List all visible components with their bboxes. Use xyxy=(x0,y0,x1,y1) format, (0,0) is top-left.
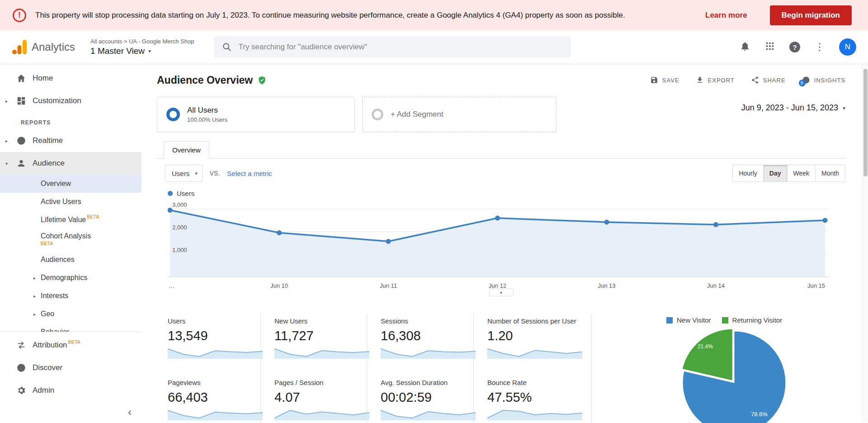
sidebar-item-discover[interactable]: Discover xyxy=(0,356,142,379)
chevron-left-icon: ‹ xyxy=(128,406,132,418)
begin-migration-button[interactable]: Begin migration xyxy=(770,5,852,25)
users-line-chart[interactable]: 1,0002,0003,000…Jun 10Jun 11Jun 12Jun 13… xyxy=(168,199,829,291)
caret-right-icon: ▸ xyxy=(33,276,41,280)
learn-more-link[interactable]: Learn more xyxy=(705,11,747,20)
sparkline xyxy=(168,409,263,420)
chart-legend: Users xyxy=(168,190,845,197)
warning-icon: ! xyxy=(13,9,26,22)
overflow-menu-icon[interactable]: ⋮ xyxy=(815,42,825,52)
sidebar-item-active-users[interactable]: Active Users xyxy=(0,193,142,211)
sidebar-item-lifetime-value[interactable]: Lifetime Value BETA xyxy=(0,211,142,229)
caret-right-icon: ▸ xyxy=(33,312,41,317)
granularity-month[interactable]: Month xyxy=(815,165,845,182)
account-switcher[interactable]: All accounts > UA - Google Merch Shop 1 … xyxy=(90,38,194,56)
metric-card-pageviews[interactable]: Pageviews 66,403 xyxy=(168,375,261,423)
svg-text:1,000: 1,000 xyxy=(172,247,187,253)
visitor-pie-chart[interactable]: 78.6%21.4% xyxy=(680,328,788,423)
share-button[interactable]: SHARE xyxy=(751,76,786,84)
sidebar-item-audiences[interactable]: Audiences xyxy=(0,251,142,269)
verified-shield-icon xyxy=(257,76,267,85)
share-icon xyxy=(751,76,759,84)
tab-bar: Overview xyxy=(157,141,845,159)
help-icon[interactable]: ? xyxy=(789,42,800,52)
gear-icon xyxy=(16,385,26,395)
avatar[interactable]: N xyxy=(839,38,856,56)
caret-right-icon: ▸ xyxy=(5,138,13,143)
metric-card-users[interactable]: Users 13,549 xyxy=(168,314,261,375)
granularity-toggle: Hourly Day Week Month xyxy=(732,165,845,182)
sparkline xyxy=(274,409,369,420)
sidebar: Home ▸ Customization REPORTS ▸ Realtime … xyxy=(0,64,142,423)
analytics-logo[interactable]: Analytics xyxy=(12,39,75,55)
caret-right-icon: ▸ xyxy=(5,99,13,104)
metric-card-avg-session-duration[interactable]: Avg. Session Duration 00:02:59 xyxy=(367,375,474,423)
sparkline xyxy=(487,347,582,359)
sidebar-item-demographics[interactable]: ▸ Demographics xyxy=(0,269,142,287)
scrollbar-thumb[interactable] xyxy=(863,69,868,176)
sidebar-item-attribution[interactable]: Attribution BETA xyxy=(0,334,142,356)
save-button[interactable]: SAVE xyxy=(650,76,679,84)
search-bar[interactable] xyxy=(214,36,571,58)
segment-all-users[interactable]: All Users 100.00% Users xyxy=(157,97,355,132)
metric-card-sessions-per-user[interactable]: Number of Sessions per User 1.20 xyxy=(474,314,591,375)
metric-cards: Users 13,549 New Users 11,727 Sessions 1… xyxy=(168,314,591,423)
svg-text:Jun 11: Jun 11 xyxy=(380,282,397,289)
scrollbar[interactable] xyxy=(862,64,868,423)
caret-down-icon: ▾ xyxy=(500,290,502,295)
app-name: Analytics xyxy=(32,41,75,53)
save-icon xyxy=(650,76,658,84)
sidebar-item-realtime[interactable]: ▸ Realtime xyxy=(0,129,142,152)
select-metric-dropdown[interactable]: Select a metric xyxy=(227,170,272,177)
svg-text:78.6%: 78.6% xyxy=(751,411,768,418)
beta-badge: BETA xyxy=(87,214,99,219)
clock-icon xyxy=(16,136,26,146)
vs-label: VS. xyxy=(210,170,220,177)
metric-card-bounce-rate[interactable]: Bounce Rate 47.55% xyxy=(474,375,591,423)
sparkline xyxy=(487,409,582,420)
returning-visitor-swatch xyxy=(722,317,728,323)
granularity-day[interactable]: Day xyxy=(763,165,788,182)
date-range-picker[interactable]: Jun 9, 2023 - Jun 15, 2023 ▾ xyxy=(741,103,845,113)
export-button[interactable]: EXPORT xyxy=(696,76,735,84)
metric-card-new-users[interactable]: New Users 11,727 xyxy=(261,314,367,375)
sidebar-item-geo[interactable]: ▸ Geo xyxy=(0,305,142,323)
granularity-hourly[interactable]: Hourly xyxy=(732,165,763,182)
caret-down-icon: ▾ xyxy=(148,48,151,54)
sparkline xyxy=(274,347,369,359)
visitor-type-panel: New Visitor Returning Visitor 78.6%21.4% xyxy=(591,314,845,423)
caret-down-icon: ▾ xyxy=(5,161,13,166)
svg-text:Jun 12: Jun 12 xyxy=(489,282,506,289)
svg-text:Jun 10: Jun 10 xyxy=(270,282,288,289)
sidebar-collapse-button[interactable]: ‹ xyxy=(0,402,142,423)
sidebar-item-cohort-analysis[interactable]: Cohort Analysis BETA xyxy=(0,229,142,251)
sidebar-item-overview[interactable]: Overview xyxy=(0,175,142,193)
banner-message: This property will stop processing data … xyxy=(35,11,696,20)
sidebar-item-interests[interactable]: ▸ Interests xyxy=(0,287,142,305)
granularity-week[interactable]: Week xyxy=(787,165,816,182)
svg-text:3,000: 3,000 xyxy=(172,201,187,208)
tab-overview[interactable]: Overview xyxy=(164,141,209,159)
metric-selector[interactable]: Users ▾ xyxy=(165,165,203,182)
annotations-toggle[interactable]: ▾ xyxy=(489,289,514,296)
series-dot-icon xyxy=(168,191,173,196)
sidebar-item-behavior[interactable]: ▸ Behavior xyxy=(0,323,142,332)
main-content: Audience Overview SAVE EXPORT SHARE xyxy=(142,64,868,423)
metric-card-sessions[interactable]: Sessions 16,308 xyxy=(367,314,474,375)
sidebar-item-customization[interactable]: ▸ Customization xyxy=(0,90,142,112)
beta-badge: BETA xyxy=(68,340,80,345)
search-icon xyxy=(222,42,232,52)
breadcrumb[interactable]: All accounts > UA - Google Merch Shop xyxy=(90,38,194,45)
svg-text:Jun 13: Jun 13 xyxy=(598,282,615,289)
sidebar-item-admin[interactable]: Admin xyxy=(0,379,142,402)
insights-button[interactable]: 8 INSIGHTS xyxy=(802,76,845,84)
customization-icon xyxy=(16,96,26,106)
apps-grid-icon[interactable] xyxy=(765,41,775,53)
metric-card-pages-per-session[interactable]: Pages / Session 4.07 xyxy=(261,375,367,423)
sidebar-item-audience[interactable]: ▾ Audience xyxy=(0,152,142,175)
search-input[interactable] xyxy=(238,43,563,52)
sparkline xyxy=(381,347,476,359)
notifications-bell-icon[interactable] xyxy=(740,41,750,53)
add-segment-button[interactable]: + Add Segment xyxy=(362,97,557,132)
segment-ring-icon xyxy=(166,108,180,121)
sidebar-item-home[interactable]: Home xyxy=(0,67,142,90)
